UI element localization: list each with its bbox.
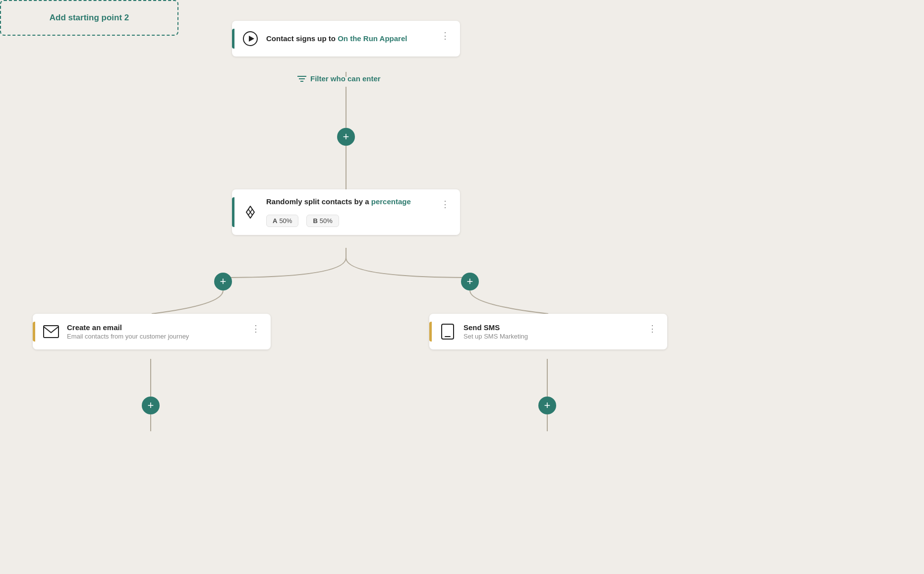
badge-a: A 50% <box>266 215 298 227</box>
email-card-title: Create an email <box>67 323 249 332</box>
email-card[interactable]: Create an email Email contacts from your… <box>33 314 271 349</box>
sms-card[interactable]: Send SMS Set up SMS Marketing ⋮ <box>429 314 667 349</box>
split-card-border <box>232 197 234 227</box>
plus-button-email-bottom[interactable]: + <box>142 397 160 414</box>
email-card-subtitle: Email contacts from your customer journe… <box>67 333 249 340</box>
sms-card-subtitle: Set up SMS Marketing <box>463 333 645 340</box>
split-card[interactable]: Randomly split contacts by a percentage … <box>232 189 460 235</box>
add-start-label: Add starting point 2 <box>50 13 129 23</box>
start-card[interactable]: Contact signs up to On the Run Apparel ⋮ <box>232 21 460 57</box>
plus-button-right[interactable]: + <box>461 273 479 290</box>
sms-card-border <box>429 322 432 342</box>
filter-label: Filter who can enter <box>310 74 381 83</box>
add-starting-point-2[interactable]: Add starting point 2 <box>0 0 178 36</box>
start-card-title: Contact signs up to On the Run Apparel <box>266 34 438 43</box>
start-card-content: Contact signs up to On the Run Apparel <box>266 34 438 44</box>
start-card-link[interactable]: On the Run Apparel <box>338 34 407 43</box>
split-card-title: Randomly split contacts by a percentage <box>266 197 438 206</box>
svg-marker-9 <box>249 36 254 42</box>
email-card-menu[interactable]: ⋮ <box>249 322 263 336</box>
split-card-menu[interactable]: ⋮ <box>438 197 452 211</box>
start-card-menu[interactable]: ⋮ <box>438 29 452 43</box>
split-icon <box>240 202 260 222</box>
email-card-border <box>33 322 35 342</box>
start-card-border <box>232 29 234 49</box>
sms-card-content: Send SMS Set up SMS Marketing <box>463 323 645 340</box>
split-card-content: Randomly split contacts by a percentage … <box>266 197 438 227</box>
sms-card-title: Send SMS <box>463 323 645 332</box>
svg-rect-13 <box>44 326 58 338</box>
badge-b: B 50% <box>306 215 339 227</box>
split-card-link[interactable]: percentage <box>371 197 411 206</box>
filter-link[interactable]: Filter who can enter <box>297 74 381 83</box>
plus-button-top[interactable]: + <box>337 128 355 146</box>
filter-icon <box>297 75 306 82</box>
plus-button-left[interactable]: + <box>214 273 232 290</box>
sms-card-menu[interactable]: ⋮ <box>645 322 659 336</box>
plus-button-sms-bottom[interactable]: + <box>538 397 556 414</box>
email-card-content: Create an email Email contacts from your… <box>67 323 249 340</box>
play-icon <box>240 29 260 49</box>
email-icon <box>41 322 61 342</box>
sms-icon <box>438 322 458 342</box>
